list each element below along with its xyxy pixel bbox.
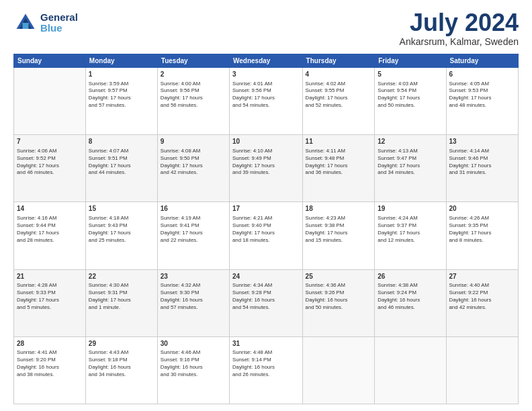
title-block: July 2024 Ankarsrum, Kalmar, Sweden [400,11,519,47]
calendar-day: 19Sunrise: 4:24 AM Sunset: 9:37 PM Dayli… [375,202,446,269]
day-number: 8 [89,137,154,146]
day-number: 27 [449,272,515,281]
day-info: Sunrise: 4:13 AM Sunset: 9:47 PM Dayligh… [378,148,443,177]
calendar-day: 7Sunrise: 4:06 AM Sunset: 9:52 PM Daylig… [14,135,86,202]
day-number: 18 [306,204,372,214]
calendar-table: Sunday Monday Tuesday Wednesday Thursday… [13,54,519,404]
header-sunday: Sunday [14,54,86,68]
day-info: Sunrise: 4:40 AM Sunset: 9:22 PM Dayligh… [449,282,515,312]
calendar-day: 28Sunrise: 4:41 AM Sunset: 9:20 PM Dayli… [14,336,86,404]
header-monday: Monday [85,54,157,68]
logo-text: General Blue [40,12,78,34]
day-number: 14 [17,204,83,214]
day-number: 10 [232,137,300,146]
day-number: 16 [161,204,226,214]
calendar-day [302,336,375,404]
day-number: 20 [449,204,515,214]
calendar-header-row: Sunday Monday Tuesday Wednesday Thursday… [14,54,519,68]
day-info: Sunrise: 4:24 AM Sunset: 9:37 PM Dayligh… [378,215,443,244]
day-info: Sunrise: 4:00 AM Sunset: 9:56 PM Dayligh… [161,81,226,110]
header-friday: Friday [375,54,446,68]
calendar-day: 5Sunrise: 4:03 AM Sunset: 9:54 PM Daylig… [375,68,446,135]
day-number: 19 [378,204,443,214]
day-number: 1 [89,70,154,79]
day-number: 22 [89,272,154,281]
logo-icon [13,11,38,35]
day-number: 12 [378,137,443,146]
day-info: Sunrise: 4:18 AM Sunset: 9:43 PM Dayligh… [89,215,154,244]
calendar-day: 25Sunrise: 4:36 AM Sunset: 9:26 PM Dayli… [302,269,375,336]
calendar-day: 10Sunrise: 4:10 AM Sunset: 9:49 PM Dayli… [229,135,302,202]
header-thursday: Thursday [302,54,375,68]
calendar-day: 11Sunrise: 4:11 AM Sunset: 9:48 PM Dayli… [302,135,375,202]
calendar-day: 30Sunrise: 4:46 AM Sunset: 9:16 PM Dayli… [157,336,229,404]
calendar-day: 29Sunrise: 4:43 AM Sunset: 9:18 PM Dayli… [85,336,157,404]
calendar-week-1: 1Sunrise: 3:59 AM Sunset: 9:57 PM Daylig… [14,68,519,135]
calendar-day: 26Sunrise: 4:38 AM Sunset: 9:24 PM Dayli… [375,269,446,336]
day-info: Sunrise: 4:26 AM Sunset: 9:35 PM Dayligh… [449,215,515,244]
page: General Blue July 2024 Ankarsrum, Kalmar… [0,0,532,411]
day-number: 5 [378,70,443,79]
day-info: Sunrise: 4:46 AM Sunset: 9:16 PM Dayligh… [161,349,226,379]
day-info: Sunrise: 4:11 AM Sunset: 9:48 PM Dayligh… [306,148,372,177]
day-info: Sunrise: 4:06 AM Sunset: 9:52 PM Dayligh… [17,148,83,177]
month-title: July 2024 [400,11,519,35]
calendar-week-2: 7Sunrise: 4:06 AM Sunset: 9:52 PM Daylig… [14,135,519,202]
day-info: Sunrise: 4:16 AM Sunset: 9:44 PM Dayligh… [17,215,83,244]
subtitle: Ankarsrum, Kalmar, Sweden [400,36,519,47]
logo: General Blue [13,11,78,35]
day-info: Sunrise: 4:05 AM Sunset: 9:53 PM Dayligh… [449,81,515,110]
day-number: 26 [378,272,443,281]
day-number: 6 [449,70,515,79]
day-number: 9 [161,137,226,146]
day-number: 25 [306,272,372,281]
calendar-day: 8Sunrise: 4:07 AM Sunset: 9:51 PM Daylig… [85,135,157,202]
calendar-day: 22Sunrise: 4:30 AM Sunset: 9:31 PM Dayli… [85,269,157,336]
day-info: Sunrise: 4:23 AM Sunset: 9:38 PM Dayligh… [306,215,372,244]
calendar-day: 18Sunrise: 4:23 AM Sunset: 9:38 PM Dayli… [302,202,375,269]
calendar-day: 21Sunrise: 4:28 AM Sunset: 9:33 PM Dayli… [14,269,86,336]
day-info: Sunrise: 4:38 AM Sunset: 9:24 PM Dayligh… [378,282,443,312]
day-number: 24 [232,272,300,281]
day-info: Sunrise: 4:34 AM Sunset: 9:28 PM Dayligh… [232,282,300,312]
day-info: Sunrise: 4:21 AM Sunset: 9:40 PM Dayligh… [232,215,300,244]
day-info: Sunrise: 4:32 AM Sunset: 9:30 PM Dayligh… [161,282,226,312]
day-number: 15 [89,204,154,214]
calendar-day: 17Sunrise: 4:21 AM Sunset: 9:40 PM Dayli… [229,202,302,269]
svg-rect-2 [23,23,29,29]
calendar-day: 13Sunrise: 4:14 AM Sunset: 9:46 PM Dayli… [446,135,518,202]
day-number: 30 [161,339,226,349]
day-number: 28 [17,339,83,349]
header: General Blue July 2024 Ankarsrum, Kalmar… [13,11,519,47]
calendar-day [446,336,518,404]
calendar-day: 4Sunrise: 4:02 AM Sunset: 9:55 PM Daylig… [302,68,375,135]
day-info: Sunrise: 4:41 AM Sunset: 9:20 PM Dayligh… [17,349,83,379]
day-info: Sunrise: 4:36 AM Sunset: 9:26 PM Dayligh… [306,282,372,312]
calendar-week-4: 21Sunrise: 4:28 AM Sunset: 9:33 PM Dayli… [14,269,519,336]
day-number: 11 [306,137,372,146]
day-number: 17 [232,204,300,214]
day-number: 29 [89,339,154,349]
day-info: Sunrise: 4:10 AM Sunset: 9:49 PM Dayligh… [232,148,300,177]
day-number: 4 [306,70,372,79]
day-number: 31 [232,339,300,349]
day-info: Sunrise: 4:07 AM Sunset: 9:51 PM Dayligh… [89,148,154,177]
day-number: 2 [161,70,226,79]
calendar-week-3: 14Sunrise: 4:16 AM Sunset: 9:44 PM Dayli… [14,202,519,269]
calendar-day [14,68,86,135]
calendar-day [375,336,446,404]
day-number: 7 [17,137,83,146]
calendar-day: 9Sunrise: 4:08 AM Sunset: 9:50 PM Daylig… [157,135,229,202]
calendar-day: 24Sunrise: 4:34 AM Sunset: 9:28 PM Dayli… [229,269,302,336]
day-info: Sunrise: 4:43 AM Sunset: 9:18 PM Dayligh… [89,349,154,379]
day-info: Sunrise: 3:59 AM Sunset: 9:57 PM Dayligh… [89,81,154,110]
calendar-day: 14Sunrise: 4:16 AM Sunset: 9:44 PM Dayli… [14,202,86,269]
calendar-day: 6Sunrise: 4:05 AM Sunset: 9:53 PM Daylig… [446,68,518,135]
day-info: Sunrise: 4:28 AM Sunset: 9:33 PM Dayligh… [17,282,83,312]
day-number: 3 [232,70,300,79]
header-wednesday: Wednesday [229,54,302,68]
calendar-day: 15Sunrise: 4:18 AM Sunset: 9:43 PM Dayli… [85,202,157,269]
calendar-day: 3Sunrise: 4:01 AM Sunset: 9:56 PM Daylig… [229,68,302,135]
day-info: Sunrise: 4:08 AM Sunset: 9:50 PM Dayligh… [161,148,226,177]
day-info: Sunrise: 4:30 AM Sunset: 9:31 PM Dayligh… [89,282,154,312]
